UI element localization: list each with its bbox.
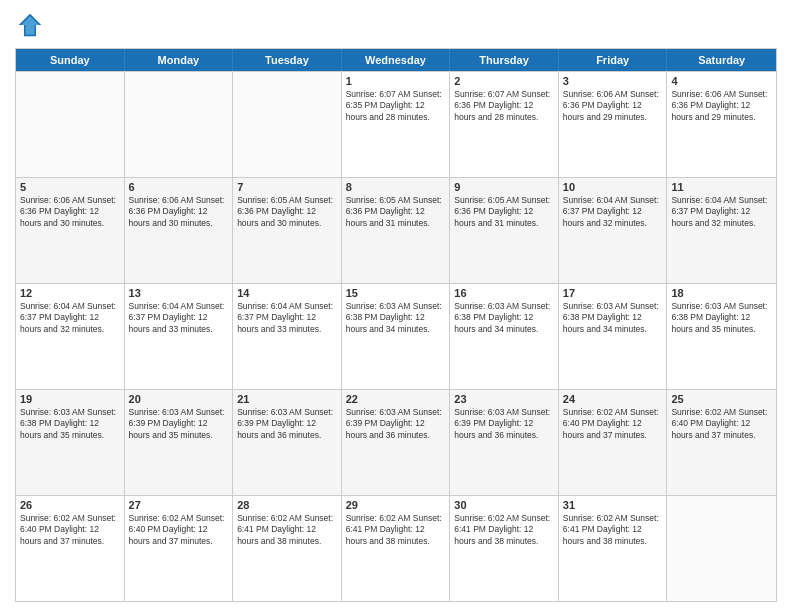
cell-info: Sunrise: 6:06 AM Sunset: 6:36 PM Dayligh… bbox=[563, 89, 663, 123]
day-number: 13 bbox=[129, 287, 229, 299]
calendar-cell: 18Sunrise: 6:03 AM Sunset: 6:38 PM Dayli… bbox=[667, 284, 776, 389]
day-number: 23 bbox=[454, 393, 554, 405]
calendar-cell: 25Sunrise: 6:02 AM Sunset: 6:40 PM Dayli… bbox=[667, 390, 776, 495]
day-number: 12 bbox=[20, 287, 120, 299]
day-number: 5 bbox=[20, 181, 120, 193]
header-day-saturday: Saturday bbox=[667, 49, 776, 71]
day-number: 26 bbox=[20, 499, 120, 511]
header-day-thursday: Thursday bbox=[450, 49, 559, 71]
calendar-cell: 23Sunrise: 6:03 AM Sunset: 6:39 PM Dayli… bbox=[450, 390, 559, 495]
header-day-sunday: Sunday bbox=[16, 49, 125, 71]
calendar-row-1: 1Sunrise: 6:07 AM Sunset: 6:35 PM Daylig… bbox=[16, 71, 776, 177]
day-number: 27 bbox=[129, 499, 229, 511]
cell-info: Sunrise: 6:07 AM Sunset: 6:36 PM Dayligh… bbox=[454, 89, 554, 123]
day-number: 11 bbox=[671, 181, 772, 193]
calendar-cell: 1Sunrise: 6:07 AM Sunset: 6:35 PM Daylig… bbox=[342, 72, 451, 177]
calendar-cell: 14Sunrise: 6:04 AM Sunset: 6:37 PM Dayli… bbox=[233, 284, 342, 389]
calendar-cell: 20Sunrise: 6:03 AM Sunset: 6:39 PM Dayli… bbox=[125, 390, 234, 495]
cell-info: Sunrise: 6:05 AM Sunset: 6:36 PM Dayligh… bbox=[346, 195, 446, 229]
cell-info: Sunrise: 6:02 AM Sunset: 6:40 PM Dayligh… bbox=[20, 513, 120, 547]
day-number: 17 bbox=[563, 287, 663, 299]
logo bbox=[15, 10, 49, 40]
day-number: 19 bbox=[20, 393, 120, 405]
calendar-cell: 21Sunrise: 6:03 AM Sunset: 6:39 PM Dayli… bbox=[233, 390, 342, 495]
calendar-cell: 12Sunrise: 6:04 AM Sunset: 6:37 PM Dayli… bbox=[16, 284, 125, 389]
day-number: 30 bbox=[454, 499, 554, 511]
cell-info: Sunrise: 6:03 AM Sunset: 6:39 PM Dayligh… bbox=[454, 407, 554, 441]
day-number: 6 bbox=[129, 181, 229, 193]
calendar-cell: 9Sunrise: 6:05 AM Sunset: 6:36 PM Daylig… bbox=[450, 178, 559, 283]
calendar-cell: 24Sunrise: 6:02 AM Sunset: 6:40 PM Dayli… bbox=[559, 390, 668, 495]
calendar-cell: 19Sunrise: 6:03 AM Sunset: 6:38 PM Dayli… bbox=[16, 390, 125, 495]
calendar-row-2: 5Sunrise: 6:06 AM Sunset: 6:36 PM Daylig… bbox=[16, 177, 776, 283]
cell-info: Sunrise: 6:04 AM Sunset: 6:37 PM Dayligh… bbox=[563, 195, 663, 229]
cell-info: Sunrise: 6:04 AM Sunset: 6:37 PM Dayligh… bbox=[129, 301, 229, 335]
calendar-cell: 3Sunrise: 6:06 AM Sunset: 6:36 PM Daylig… bbox=[559, 72, 668, 177]
header-day-wednesday: Wednesday bbox=[342, 49, 451, 71]
day-number: 22 bbox=[346, 393, 446, 405]
page: SundayMondayTuesdayWednesdayThursdayFrid… bbox=[0, 0, 792, 612]
calendar-cell bbox=[667, 496, 776, 601]
day-number: 4 bbox=[671, 75, 772, 87]
calendar-cell: 31Sunrise: 6:02 AM Sunset: 6:41 PM Dayli… bbox=[559, 496, 668, 601]
cell-info: Sunrise: 6:02 AM Sunset: 6:41 PM Dayligh… bbox=[563, 513, 663, 547]
cell-info: Sunrise: 6:03 AM Sunset: 6:38 PM Dayligh… bbox=[563, 301, 663, 335]
calendar-cell: 5Sunrise: 6:06 AM Sunset: 6:36 PM Daylig… bbox=[16, 178, 125, 283]
day-number: 8 bbox=[346, 181, 446, 193]
day-number: 20 bbox=[129, 393, 229, 405]
cell-info: Sunrise: 6:04 AM Sunset: 6:37 PM Dayligh… bbox=[20, 301, 120, 335]
header-day-tuesday: Tuesday bbox=[233, 49, 342, 71]
svg-marker-1 bbox=[21, 16, 39, 35]
calendar-cell: 16Sunrise: 6:03 AM Sunset: 6:38 PM Dayli… bbox=[450, 284, 559, 389]
calendar-cell: 15Sunrise: 6:03 AM Sunset: 6:38 PM Dayli… bbox=[342, 284, 451, 389]
day-number: 18 bbox=[671, 287, 772, 299]
header bbox=[15, 10, 777, 40]
calendar-cell: 10Sunrise: 6:04 AM Sunset: 6:37 PM Dayli… bbox=[559, 178, 668, 283]
day-number: 2 bbox=[454, 75, 554, 87]
day-number: 29 bbox=[346, 499, 446, 511]
day-number: 31 bbox=[563, 499, 663, 511]
calendar-row-4: 19Sunrise: 6:03 AM Sunset: 6:38 PM Dayli… bbox=[16, 389, 776, 495]
cell-info: Sunrise: 6:03 AM Sunset: 6:39 PM Dayligh… bbox=[346, 407, 446, 441]
calendar-cell: 22Sunrise: 6:03 AM Sunset: 6:39 PM Dayli… bbox=[342, 390, 451, 495]
calendar-cell: 2Sunrise: 6:07 AM Sunset: 6:36 PM Daylig… bbox=[450, 72, 559, 177]
cell-info: Sunrise: 6:02 AM Sunset: 6:40 PM Dayligh… bbox=[129, 513, 229, 547]
day-number: 15 bbox=[346, 287, 446, 299]
calendar-header: SundayMondayTuesdayWednesdayThursdayFrid… bbox=[16, 49, 776, 71]
cell-info: Sunrise: 6:02 AM Sunset: 6:41 PM Dayligh… bbox=[346, 513, 446, 547]
calendar-cell: 4Sunrise: 6:06 AM Sunset: 6:36 PM Daylig… bbox=[667, 72, 776, 177]
calendar-row-3: 12Sunrise: 6:04 AM Sunset: 6:37 PM Dayli… bbox=[16, 283, 776, 389]
day-number: 10 bbox=[563, 181, 663, 193]
cell-info: Sunrise: 6:03 AM Sunset: 6:38 PM Dayligh… bbox=[671, 301, 772, 335]
calendar-cell: 17Sunrise: 6:03 AM Sunset: 6:38 PM Dayli… bbox=[559, 284, 668, 389]
cell-info: Sunrise: 6:07 AM Sunset: 6:35 PM Dayligh… bbox=[346, 89, 446, 123]
calendar-cell: 30Sunrise: 6:02 AM Sunset: 6:41 PM Dayli… bbox=[450, 496, 559, 601]
day-number: 28 bbox=[237, 499, 337, 511]
cell-info: Sunrise: 6:03 AM Sunset: 6:39 PM Dayligh… bbox=[129, 407, 229, 441]
header-day-monday: Monday bbox=[125, 49, 234, 71]
day-number: 25 bbox=[671, 393, 772, 405]
calendar-cell: 29Sunrise: 6:02 AM Sunset: 6:41 PM Dayli… bbox=[342, 496, 451, 601]
day-number: 1 bbox=[346, 75, 446, 87]
cell-info: Sunrise: 6:04 AM Sunset: 6:37 PM Dayligh… bbox=[237, 301, 337, 335]
cell-info: Sunrise: 6:03 AM Sunset: 6:39 PM Dayligh… bbox=[237, 407, 337, 441]
day-number: 7 bbox=[237, 181, 337, 193]
cell-info: Sunrise: 6:03 AM Sunset: 6:38 PM Dayligh… bbox=[346, 301, 446, 335]
calendar-cell: 27Sunrise: 6:02 AM Sunset: 6:40 PM Dayli… bbox=[125, 496, 234, 601]
cell-info: Sunrise: 6:02 AM Sunset: 6:40 PM Dayligh… bbox=[671, 407, 772, 441]
logo-icon bbox=[15, 10, 45, 40]
cell-info: Sunrise: 6:06 AM Sunset: 6:36 PM Dayligh… bbox=[129, 195, 229, 229]
calendar-cell: 8Sunrise: 6:05 AM Sunset: 6:36 PM Daylig… bbox=[342, 178, 451, 283]
calendar-cell: 26Sunrise: 6:02 AM Sunset: 6:40 PM Dayli… bbox=[16, 496, 125, 601]
day-number: 24 bbox=[563, 393, 663, 405]
cell-info: Sunrise: 6:03 AM Sunset: 6:38 PM Dayligh… bbox=[20, 407, 120, 441]
calendar-cell bbox=[125, 72, 234, 177]
calendar-cell: 11Sunrise: 6:04 AM Sunset: 6:37 PM Dayli… bbox=[667, 178, 776, 283]
cell-info: Sunrise: 6:02 AM Sunset: 6:41 PM Dayligh… bbox=[454, 513, 554, 547]
calendar-cell: 28Sunrise: 6:02 AM Sunset: 6:41 PM Dayli… bbox=[233, 496, 342, 601]
cell-info: Sunrise: 6:05 AM Sunset: 6:36 PM Dayligh… bbox=[237, 195, 337, 229]
cell-info: Sunrise: 6:06 AM Sunset: 6:36 PM Dayligh… bbox=[20, 195, 120, 229]
calendar-body: 1Sunrise: 6:07 AM Sunset: 6:35 PM Daylig… bbox=[16, 71, 776, 601]
cell-info: Sunrise: 6:02 AM Sunset: 6:41 PM Dayligh… bbox=[237, 513, 337, 547]
calendar-cell bbox=[16, 72, 125, 177]
